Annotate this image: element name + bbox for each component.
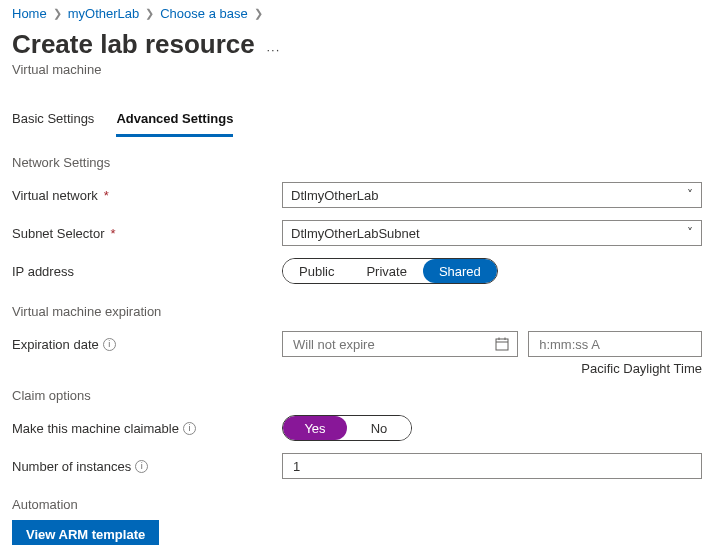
more-actions-button[interactable]: ··· xyxy=(266,42,280,57)
section-network: Network Settings xyxy=(12,155,702,170)
expiration-date-field[interactable] xyxy=(291,336,495,353)
expiration-time-input[interactable] xyxy=(528,331,702,357)
timezone-label: Pacific Daylight Time xyxy=(12,361,702,376)
subnet-select[interactable]: DtlmyOtherLabSubnet ˅ xyxy=(282,220,702,246)
label-ip: IP address xyxy=(12,264,74,279)
label-subnet: Subnet Selector xyxy=(12,226,105,241)
subnet-select-value: DtlmyOtherLabSubnet xyxy=(291,226,420,241)
chevron-right-icon: ❯ xyxy=(53,7,62,20)
calendar-icon[interactable] xyxy=(495,337,509,351)
ip-option-shared[interactable]: Shared xyxy=(423,259,497,283)
instances-input-wrapper[interactable] xyxy=(282,453,702,479)
view-arm-template-button[interactable]: View ARM template xyxy=(12,520,159,545)
expiration-time-field[interactable] xyxy=(537,336,693,353)
breadcrumb-lab[interactable]: myOtherLab xyxy=(68,6,140,21)
info-icon[interactable]: i xyxy=(183,422,196,435)
expiration-date-input[interactable] xyxy=(282,331,518,357)
chevron-right-icon: ❯ xyxy=(254,7,263,20)
section-expiration: Virtual machine expiration xyxy=(12,304,702,319)
page-subtitle: Virtual machine xyxy=(12,62,702,77)
section-automation: Automation xyxy=(12,497,702,512)
claimable-toggle: Yes No xyxy=(282,415,412,441)
required-indicator: * xyxy=(104,188,109,203)
vnet-select-value: DtlmyOtherLab xyxy=(291,188,378,203)
claimable-no[interactable]: No xyxy=(347,416,411,440)
page-title: Create lab resource xyxy=(12,29,255,60)
ip-option-public[interactable]: Public xyxy=(283,259,350,283)
chevron-right-icon: ❯ xyxy=(145,7,154,20)
tabs: Basic Settings Advanced Settings xyxy=(12,105,702,137)
label-expiration-date: Expiration date xyxy=(12,337,99,352)
label-vnet: Virtual network xyxy=(12,188,98,203)
info-icon[interactable]: i xyxy=(135,460,148,473)
label-claimable: Make this machine claimable xyxy=(12,421,179,436)
info-icon[interactable]: i xyxy=(103,338,116,351)
chevron-down-icon: ˅ xyxy=(687,226,693,240)
vnet-select[interactable]: DtlmyOtherLab ˅ xyxy=(282,182,702,208)
required-indicator: * xyxy=(111,226,116,241)
claimable-yes[interactable]: Yes xyxy=(283,416,347,440)
tab-advanced-settings[interactable]: Advanced Settings xyxy=(116,105,233,137)
svg-rect-0 xyxy=(496,339,508,350)
breadcrumb-home[interactable]: Home xyxy=(12,6,47,21)
label-instances: Number of instances xyxy=(12,459,131,474)
tab-basic-settings[interactable]: Basic Settings xyxy=(12,105,94,137)
section-claim: Claim options xyxy=(12,388,702,403)
breadcrumb: Home ❯ myOtherLab ❯ Choose a base ❯ xyxy=(12,6,702,21)
breadcrumb-choose-base[interactable]: Choose a base xyxy=(160,6,247,21)
instances-input[interactable] xyxy=(291,458,693,475)
chevron-down-icon: ˅ xyxy=(687,188,693,202)
ip-option-private[interactable]: Private xyxy=(350,259,422,283)
ip-address-toggle: Public Private Shared xyxy=(282,258,498,284)
